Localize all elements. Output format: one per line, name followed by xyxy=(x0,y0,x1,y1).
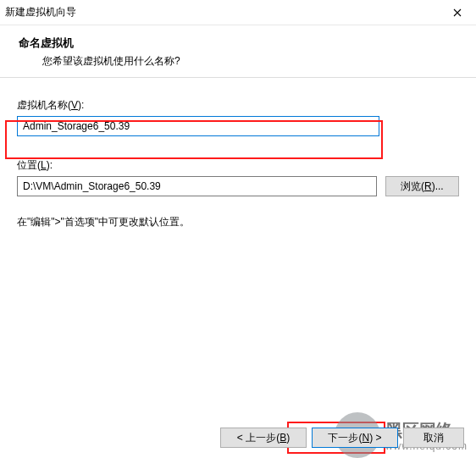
browse-prefix: 浏览( xyxy=(401,180,424,192)
next-prefix: 下一步( xyxy=(328,432,362,444)
vm-name-input[interactable] xyxy=(17,116,379,136)
page-subtitle: 您希望该虚拟机使用什么名称? xyxy=(42,54,468,69)
wizard-content: 虚拟机名称(V): 位置(L): 浏览(R)... 在"编辑">"首选项"中可更… xyxy=(0,78,476,238)
close-icon xyxy=(453,8,462,17)
next-suffix: ) > xyxy=(369,432,381,444)
back-suffix: ) xyxy=(286,432,290,444)
location-label-prefix: 位置( xyxy=(17,159,41,171)
back-accel: B xyxy=(280,432,286,444)
wizard-header: 命名虚拟机 您希望该虚拟机使用什么名称? xyxy=(0,25,476,78)
close-button[interactable] xyxy=(439,0,476,25)
location-label-suffix: ): xyxy=(47,159,53,171)
vm-name-label-prefix: 虚拟机名称( xyxy=(17,99,71,111)
location-input[interactable] xyxy=(17,176,377,196)
page-title: 命名虚拟机 xyxy=(19,36,468,51)
title-bar: 新建虚拟机向导 xyxy=(0,0,476,25)
browse-button[interactable]: 浏览(R)... xyxy=(385,176,459,196)
helper-text: 在"编辑">"首选项"中可更改默认位置。 xyxy=(17,215,459,229)
location-label: 位置(L): xyxy=(17,158,459,173)
vm-name-label-суф: ): xyxy=(78,99,84,111)
vm-name-accel: V xyxy=(71,99,78,111)
window-title: 新建虚拟机向导 xyxy=(5,5,76,19)
browse-accel: R xyxy=(424,180,432,192)
back-button[interactable]: < 上一步(B) xyxy=(220,428,307,448)
location-row: 浏览(R)... xyxy=(17,176,459,196)
vm-name-label: 虚拟机名称(V): xyxy=(17,98,459,113)
location-accel: L xyxy=(41,159,47,171)
next-accel: N xyxy=(362,432,369,444)
cancel-button[interactable]: 取消 xyxy=(403,428,464,448)
browse-suffix: )... xyxy=(432,180,444,192)
next-button[interactable]: 下一步(N) > xyxy=(312,428,398,448)
wizard-footer: < 上一步(B) 下一步(N) > 取消 xyxy=(220,428,464,448)
back-prefix: < 上一步( xyxy=(237,432,280,444)
